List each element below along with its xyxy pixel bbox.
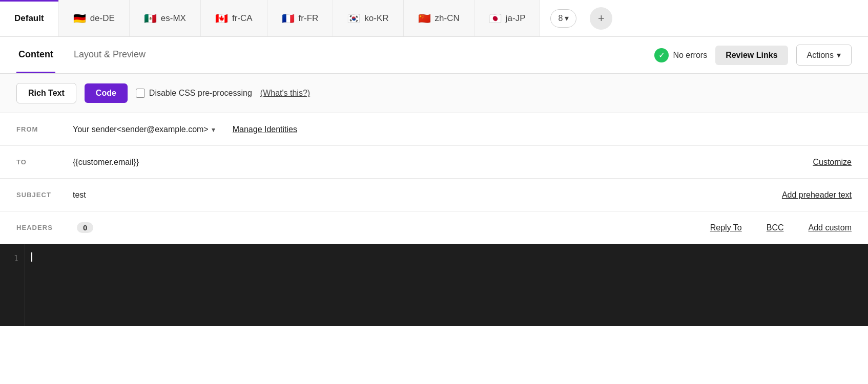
review-links-button[interactable]: Review Links bbox=[715, 46, 788, 65]
disable-css-label[interactable]: Disable CSS pre-processing bbox=[136, 89, 252, 98]
to-row: TO {{customer.email}} Customize bbox=[0, 146, 868, 179]
flag-fr-ca: 🇨🇦 bbox=[215, 12, 228, 25]
tab-fr-FR[interactable]: 🇫🇷 fr-FR bbox=[267, 0, 334, 36]
subject-label: SUBJECT bbox=[16, 191, 73, 199]
more-locales-button[interactable]: 8 ▾ bbox=[550, 9, 576, 28]
reply-to-link[interactable]: Reply To bbox=[710, 223, 742, 232]
rich-text-button[interactable]: Rich Text bbox=[16, 83, 76, 103]
tab-es-MX-label: es-MX bbox=[161, 13, 186, 24]
chevron-down-icon: ▾ bbox=[565, 13, 569, 23]
actions-chevron-icon: ▾ bbox=[837, 50, 841, 60]
tab-layout-preview[interactable]: Layout & Preview bbox=[72, 37, 148, 73]
from-label: FROM bbox=[16, 125, 73, 133]
check-icon: ✓ bbox=[654, 48, 669, 62]
tab-layout-preview-label: Layout & Preview bbox=[74, 49, 146, 60]
actions-label: Actions bbox=[807, 51, 834, 60]
tab-ko-KR-label: ko-KR bbox=[364, 13, 388, 24]
flag-de: 🇩🇪 bbox=[73, 12, 86, 25]
sub-tab-bar: Content Layout & Preview ✓ No errors Rev… bbox=[0, 37, 868, 74]
tab-de-DE[interactable]: 🇩🇪 de-DE bbox=[59, 0, 130, 36]
tab-fr-CA-label: fr-CA bbox=[232, 13, 253, 24]
from-value: Your sender<sender@example.com> ▾ Manage… bbox=[73, 125, 297, 134]
headers-label: HEADERS bbox=[16, 224, 73, 231]
tab-count-label: 8 bbox=[558, 14, 563, 23]
disable-css-checkbox[interactable] bbox=[136, 89, 145, 98]
add-custom-link[interactable]: Add custom bbox=[809, 223, 852, 232]
tab-ko-KR[interactable]: 🇰🇷 ko-KR bbox=[333, 0, 403, 36]
flag-es: 🇲🇽 bbox=[144, 12, 157, 25]
no-errors-label: No errors bbox=[673, 51, 707, 60]
tab-content-label: Content bbox=[18, 49, 53, 60]
tab-default[interactable]: Default bbox=[0, 0, 59, 36]
flag-zh: 🇨🇳 bbox=[418, 12, 431, 25]
locale-tab-bar: Default 🇩🇪 de-DE 🇲🇽 es-MX 🇨🇦 fr-CA 🇫🇷 fr… bbox=[0, 0, 868, 37]
text-cursor bbox=[31, 252, 32, 262]
code-area[interactable] bbox=[25, 244, 868, 326]
from-email-text: Your sender<sender@example.com> bbox=[73, 125, 209, 134]
flag-ko: 🇰🇷 bbox=[347, 12, 360, 25]
main-content: Content Layout & Preview ✓ No errors Rev… bbox=[0, 37, 868, 384]
tab-de-DE-label: de-DE bbox=[90, 13, 115, 24]
add-locale-button[interactable]: + bbox=[590, 7, 612, 30]
editor-toolbar: Rich Text Code Disable CSS pre-processin… bbox=[0, 74, 868, 113]
tab-zh-CN[interactable]: 🇨🇳 zh-CN bbox=[404, 0, 474, 36]
tab-fr-FR-label: fr-FR bbox=[299, 13, 319, 24]
manage-identities-link[interactable]: Manage Identities bbox=[233, 125, 297, 134]
tab-es-MX[interactable]: 🇲🇽 es-MX bbox=[130, 0, 201, 36]
whats-this-link[interactable]: (What's this?) bbox=[260, 89, 310, 98]
sub-tab-actions: ✓ No errors Review Links Actions ▾ bbox=[654, 45, 852, 66]
tab-ja-JP-label: ja-JP bbox=[506, 13, 526, 24]
cursor-line bbox=[31, 252, 862, 262]
plus-icon: + bbox=[598, 12, 605, 25]
from-selector[interactable]: Your sender<sender@example.com> ▾ bbox=[73, 125, 215, 134]
tab-content[interactable]: Content bbox=[16, 37, 55, 73]
subject-row: SUBJECT test Add preheader text bbox=[0, 179, 868, 211]
tab-zh-CN-label: zh-CN bbox=[435, 13, 460, 24]
subject-value: test bbox=[73, 190, 86, 200]
tab-fr-CA[interactable]: 🇨🇦 fr-CA bbox=[201, 0, 267, 36]
bcc-link[interactable]: BCC bbox=[767, 223, 784, 232]
headers-actions: Reply To BCC Add custom bbox=[698, 223, 852, 232]
flag-ja: 🇯🇵 bbox=[489, 12, 502, 25]
actions-button[interactable]: Actions ▾ bbox=[796, 45, 852, 66]
code-editor[interactable]: 1 bbox=[0, 244, 868, 326]
headers-row: HEADERS 0 Reply To BCC Add custom bbox=[0, 211, 868, 244]
line-numbers: 1 bbox=[0, 244, 25, 326]
to-value: {{customer.email}} bbox=[73, 158, 139, 167]
tab-ja-JP[interactable]: 🇯🇵 ja-JP bbox=[474, 0, 541, 36]
code-button[interactable]: Code bbox=[85, 83, 128, 103]
from-row: FROM Your sender<sender@example.com> ▾ M… bbox=[0, 113, 868, 146]
flag-fr-fr: 🇫🇷 bbox=[282, 12, 295, 25]
tab-default-label: Default bbox=[14, 13, 44, 24]
line-number-1: 1 bbox=[6, 252, 18, 265]
from-chevron-icon: ▾ bbox=[212, 125, 215, 134]
customize-link[interactable]: Customize bbox=[813, 158, 852, 167]
add-preheader-link[interactable]: Add preheader text bbox=[782, 190, 852, 200]
to-label: TO bbox=[16, 158, 73, 166]
disable-css-text: Disable CSS pre-processing bbox=[149, 89, 252, 98]
no-errors-status: ✓ No errors bbox=[654, 48, 707, 62]
headers-count-badge: 0 bbox=[77, 222, 93, 233]
